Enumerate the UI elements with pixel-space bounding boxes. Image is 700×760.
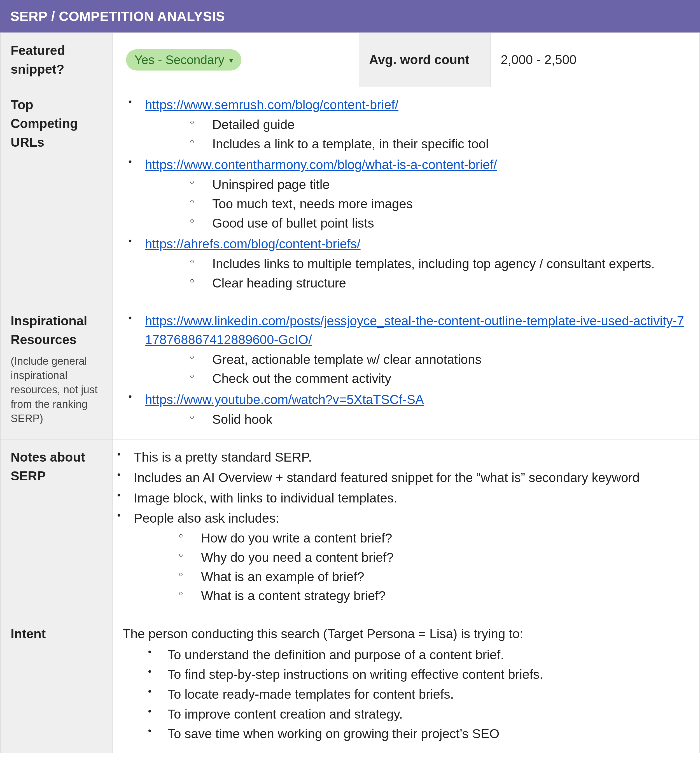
- list-item: To locate ready-made templates for conte…: [123, 685, 689, 704]
- paa-text: Why do you need a content brief?: [201, 550, 394, 565]
- label-top-competing-urls: Top Competing URLs: [0, 87, 112, 303]
- paa-text: How do you write a content brief?: [201, 531, 392, 545]
- label-intent: Intent: [0, 616, 112, 753]
- intent-text: To understand the definition and purpose…: [167, 648, 504, 662]
- note-text: This is a pretty standard SERP.: [134, 450, 312, 464]
- url-notes-list: Includes links to multiple templates, in…: [145, 254, 689, 292]
- list-item: To understand the definition and purpose…: [123, 646, 689, 664]
- list-item: To improve content creation and strategy…: [123, 705, 689, 724]
- intent-text: To improve content creation and strategy…: [167, 707, 403, 721]
- list-item: What is a content strategy brief?: [134, 587, 689, 605]
- list-item: Good use of bullet point lists: [145, 214, 689, 233]
- label-text: Avg. word count: [369, 52, 470, 67]
- list-item: Uninspired page title: [145, 175, 689, 194]
- intent-text: To find step-by-step instructions on wri…: [167, 667, 543, 682]
- label-text: Intent: [11, 626, 45, 641]
- avg-word-count-value: 2,000 - 2,500: [501, 52, 577, 67]
- list-item: How do you write a content brief?: [134, 529, 689, 548]
- list-item: Great, actionable template w/ clear anno…: [145, 350, 689, 369]
- label-avg-word-count: Avg. word count: [359, 33, 491, 87]
- intent-text: To locate ready-made templates for conte…: [167, 687, 454, 702]
- list-item: Includes an AI Overview + standard featu…: [111, 468, 689, 487]
- label-text: Featured snippet?: [11, 43, 65, 76]
- intent-text: To save time when working on growing the…: [167, 726, 500, 741]
- section-header: SERP / COMPETITION ANALYSIS: [0, 0, 700, 33]
- label-text: Top Competing URLs: [11, 97, 78, 149]
- label-sublabel: (Include general inspirational resources…: [11, 354, 102, 426]
- list-item: https://www.linkedin.com/posts/jessjoyce…: [123, 312, 689, 388]
- cell-intent: The person conducting this search (Targe…: [112, 616, 700, 753]
- list-item: https://ahrefs.com/blog/content-briefs/ …: [123, 234, 689, 292]
- note-text: Includes a link to a template, in their …: [212, 137, 489, 151]
- dropdown-value: Yes - Secondary: [134, 51, 224, 69]
- inspiration-list: https://www.linkedin.com/posts/jessjoyce…: [123, 312, 689, 429]
- list-item: To find step-by-step instructions on wri…: [123, 665, 689, 684]
- cell-top-competing-urls: https://www.semrush.com/blog/content-bri…: [112, 87, 700, 303]
- list-item: Includes a link to a template, in their …: [145, 135, 689, 153]
- list-item: https://www.semrush.com/blog/content-bri…: [123, 95, 689, 153]
- competing-url-link[interactable]: https://ahrefs.com/blog/content-briefs/: [145, 237, 361, 251]
- intent-list: To understand the definition and purpose…: [123, 646, 689, 743]
- label-featured-snippet: Featured snippet?: [0, 33, 112, 87]
- row-inspirational-resources: Inspirational Resources (Include general…: [0, 303, 700, 440]
- list-item: This is a pretty standard SERP.: [111, 448, 689, 467]
- resource-link[interactable]: https://www.linkedin.com/posts/jessjoyce…: [145, 314, 684, 347]
- note-text: Great, actionable template w/ clear anno…: [212, 352, 481, 367]
- list-item: Solid hook: [145, 410, 689, 429]
- note-text: Check out the comment activity: [212, 371, 391, 386]
- list-item: To save time when working on growing the…: [123, 724, 689, 743]
- note-text: Image block, with links to individual te…: [134, 491, 397, 505]
- note-text: Includes links to multiple templates, in…: [212, 256, 655, 271]
- note-text: Detailed guide: [212, 117, 295, 132]
- row-notes-about-serp: Notes about SERP This is a pretty standa…: [0, 440, 700, 616]
- serp-notes-list: This is a pretty standard SERP. Includes…: [111, 448, 689, 605]
- paa-list: How do you write a content brief? Why do…: [134, 529, 689, 605]
- note-text: Too much text, needs more images: [212, 197, 413, 211]
- serp-analysis-table: SERP / COMPETITION ANALYSIS Featured sni…: [0, 0, 700, 753]
- label-inspirational-resources: Inspirational Resources (Include general…: [0, 303, 112, 440]
- chevron-down-icon: ▾: [229, 57, 233, 64]
- list-item: People also ask includes: How do you wri…: [111, 509, 689, 605]
- label-notes-about-serp: Notes about SERP: [0, 440, 112, 616]
- label-text: Inspirational Resources: [11, 314, 87, 347]
- list-item: Clear heading structure: [145, 274, 689, 292]
- top-urls-list: https://www.semrush.com/blog/content-bri…: [123, 95, 689, 292]
- paa-text: What is a content strategy brief?: [201, 588, 386, 603]
- list-item: Detailed guide: [145, 115, 689, 134]
- competing-url-link[interactable]: https://www.contentharmony.com/blog/what…: [145, 157, 497, 172]
- cell-avg-word-count: 2,000 - 2,500: [491, 33, 700, 87]
- resource-notes-list: Solid hook: [145, 410, 689, 429]
- note-text: Includes an AI Overview + standard featu…: [134, 470, 639, 485]
- note-text: Uninspired page title: [212, 177, 330, 192]
- featured-snippet-dropdown[interactable]: Yes - Secondary ▾: [126, 49, 241, 70]
- list-item: What is an example of brief?: [134, 567, 689, 586]
- section-header-title: SERP / COMPETITION ANALYSIS: [10, 9, 225, 24]
- list-item: Why do you need a content brief?: [134, 548, 689, 567]
- cell-notes-about-serp: This is a pretty standard SERP. Includes…: [112, 440, 700, 616]
- list-item: Too much text, needs more images: [145, 195, 689, 213]
- row-intent: Intent The person conducting this search…: [0, 616, 700, 753]
- list-item: Image block, with links to individual te…: [111, 489, 689, 507]
- note-text: Clear heading structure: [212, 276, 346, 290]
- resource-link[interactable]: https://www.youtube.com/watch?v=5XtaTSCf…: [145, 392, 424, 407]
- note-text: People also ask includes:: [134, 511, 279, 526]
- analysis-grid: Featured snippet? Yes - Secondary ▾ Avg.…: [0, 33, 700, 753]
- list-item: https://www.contentharmony.com/blog/what…: [123, 155, 689, 233]
- note-text: Good use of bullet point lists: [212, 216, 374, 230]
- label-text: Notes about SERP: [11, 450, 85, 483]
- list-item: Includes links to multiple templates, in…: [145, 254, 689, 273]
- list-item: https://www.youtube.com/watch?v=5XtaTSCf…: [123, 390, 689, 429]
- cell-featured-value: Yes - Secondary ▾: [112, 33, 359, 87]
- resource-notes-list: Great, actionable template w/ clear anno…: [145, 350, 689, 388]
- intent-lead-text: The person conducting this search (Targe…: [123, 624, 689, 643]
- list-item: Check out the comment activity: [145, 369, 689, 388]
- row-top-competing-urls: Top Competing URLs https://www.semrush.c…: [0, 87, 700, 303]
- row-featured-snippet: Featured snippet? Yes - Secondary ▾ Avg.…: [0, 33, 700, 87]
- note-text: Solid hook: [212, 412, 272, 427]
- url-notes-list: Detailed guide Includes a link to a temp…: [145, 115, 689, 153]
- competing-url-link[interactable]: https://www.semrush.com/blog/content-bri…: [145, 97, 398, 112]
- paa-text: What is an example of brief?: [201, 570, 364, 584]
- cell-inspirational-resources: https://www.linkedin.com/posts/jessjoyce…: [112, 303, 700, 440]
- url-notes-list: Uninspired page title Too much text, nee…: [145, 175, 689, 233]
